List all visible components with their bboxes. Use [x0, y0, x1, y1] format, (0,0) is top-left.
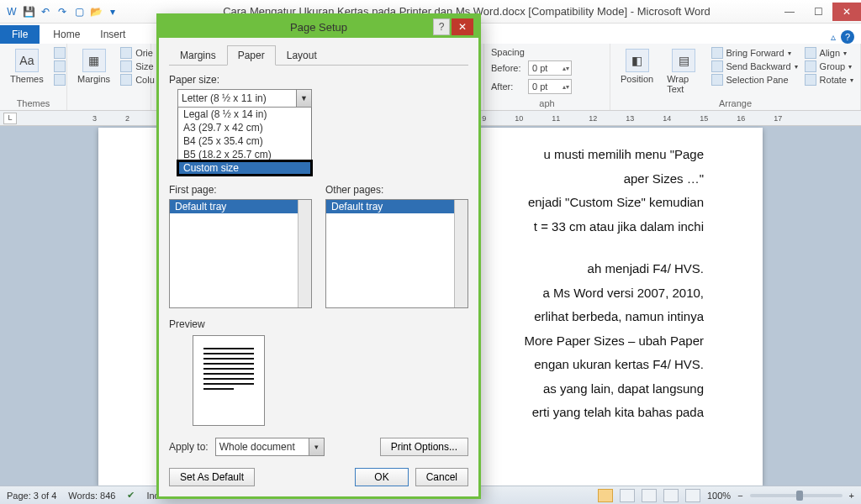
help-icon[interactable]: ? — [841, 30, 854, 44]
group-paragraph: Spacing Before:0 pt After:0 pt aph — [484, 44, 610, 110]
minimize-button[interactable]: — — [775, 3, 804, 21]
proofing-icon[interactable]: ✔ — [127, 490, 135, 501]
ruler-mark: 13 — [626, 114, 634, 123]
zoom-out-button[interactable]: − — [737, 491, 742, 501]
quick-access-toolbar: W 💾 ↶ ↷ ▢ 📂 ▾ — [0, 5, 124, 18]
paper-size-label: Paper size: — [169, 74, 468, 86]
status-words[interactable]: Words: 846 — [68, 491, 115, 501]
dialog-close-button[interactable]: ✕ — [452, 18, 473, 35]
spacing-before-input[interactable]: 0 pt — [528, 60, 572, 76]
view-outline-button[interactable] — [663, 489, 679, 502]
set-as-default-button[interactable]: Set As Default — [169, 468, 255, 486]
print-options-button[interactable]: Print Options... — [380, 438, 468, 456]
group-obj-label: Group — [820, 61, 846, 71]
chevron-down-icon[interactable]: ▾ — [309, 438, 324, 455]
zoom-slider[interactable] — [750, 494, 843, 497]
selection-pane-label: Selection Pane — [726, 75, 789, 85]
ribbon-minimize-icon[interactable]: ▵ — [831, 31, 836, 43]
group-arrange: ◧Position ▤Wrap Text Bring Forward ▾ Sen… — [610, 44, 861, 110]
group-page-setup: ▦ Margins Orie Size Colu — [67, 44, 151, 110]
bring-forward-button[interactable]: Bring Forward ▾ — [711, 47, 798, 59]
zoom-thumb[interactable] — [796, 491, 803, 501]
position-button[interactable]: ◧Position — [617, 47, 657, 86]
scrollbar[interactable] — [298, 200, 311, 307]
paper-size-dropdown-list: Legal (8 ½ x 14 in) A3 (29.7 x 42 cm) B4… — [177, 108, 312, 176]
dialog-help-button[interactable]: ? — [433, 18, 450, 35]
page-setup-dialog: Page Setup ? ✕ Margins Paper Layout Pape… — [156, 13, 481, 499]
apply-to-label: Apply to: — [169, 441, 209, 453]
zoom-in-button[interactable]: + — [849, 491, 854, 501]
scrollbar[interactable] — [454, 200, 467, 307]
redo-icon[interactable]: ↷ — [55, 5, 69, 18]
selection-pane-button[interactable]: Selection Pane — [711, 74, 798, 86]
rotate-button[interactable]: Rotate ▾ — [805, 74, 853, 86]
other-pages-tray-list[interactable]: Default tray — [325, 199, 468, 308]
paper-size-combo[interactable]: Letter (8 ½ x 11 in) ▼ — [177, 89, 312, 108]
ok-button[interactable]: OK — [355, 468, 408, 486]
word-icon: W — [5, 5, 18, 18]
chevron-down-icon[interactable]: ▼ — [296, 90, 311, 107]
paper-size-option[interactable]: B4 (25 x 35.4 cm) — [178, 134, 311, 148]
tab-home[interactable]: Home — [43, 25, 90, 44]
view-web-button[interactable] — [642, 489, 657, 502]
first-page-tray-list[interactable]: Default tray — [169, 199, 312, 308]
qat-more-icon[interactable]: ▾ — [106, 5, 119, 18]
wrap-icon: ▤ — [672, 49, 695, 72]
view-draft-button[interactable] — [685, 489, 700, 502]
other-pages-tray-selected[interactable]: Default tray — [326, 200, 467, 213]
ruler-mark: 14 — [663, 114, 671, 123]
paragraph-group-label: aph — [491, 97, 603, 108]
theme-effects-icon[interactable] — [54, 74, 66, 86]
apply-to-combo[interactable]: Whole document ▾ — [215, 438, 325, 456]
size-button[interactable]: Size — [120, 60, 155, 72]
themes-label: Themes — [10, 74, 44, 84]
theme-colors-icon[interactable] — [54, 47, 66, 59]
close-button[interactable]: ✕ — [832, 3, 861, 21]
group-button[interactable]: Group ▾ — [805, 60, 853, 72]
new-icon[interactable]: ▢ — [72, 5, 86, 18]
file-tab[interactable]: File — [0, 25, 40, 44]
tab-margins[interactable]: Margins — [169, 45, 227, 66]
orientation-button[interactable]: Orie — [120, 47, 155, 59]
tab-insert[interactable]: Insert — [90, 25, 135, 44]
wrap-text-button[interactable]: ▤Wrap Text — [663, 47, 704, 96]
rotate-label: Rotate — [820, 75, 847, 85]
paper-size-option-custom[interactable]: Custom size — [178, 161, 311, 175]
save-icon[interactable]: 💾 — [22, 5, 35, 18]
dialog-titlebar[interactable]: Page Setup ? ✕ — [159, 16, 478, 38]
first-page-tray-selected[interactable]: Default tray — [170, 200, 311, 213]
theme-fonts-icon[interactable] — [54, 60, 66, 72]
view-print-layout-button[interactable] — [598, 489, 613, 502]
margins-button[interactable]: ▦ Margins — [74, 47, 114, 86]
open-icon[interactable]: 📂 — [89, 5, 103, 18]
undo-icon[interactable]: ↶ — [39, 5, 52, 18]
margins-label: Margins — [77, 74, 110, 84]
cancel-button[interactable]: Cancel — [415, 468, 468, 486]
paper-size-option[interactable]: B5 (18.2 x 25.7 cm) — [178, 148, 311, 161]
ruler-corner: L — [3, 113, 17, 124]
columns-button[interactable]: Colu — [120, 74, 155, 86]
tab-layout[interactable]: Layout — [276, 45, 328, 66]
first-page-label: First page: — [169, 184, 312, 196]
ruler-mark: 2 — [125, 114, 129, 123]
align-button[interactable]: Align ▾ — [805, 47, 853, 59]
status-zoom[interactable]: 100% — [707, 491, 731, 501]
margins-icon: ▦ — [82, 49, 106, 72]
before-value: 0 pt — [532, 63, 547, 73]
position-label: Position — [621, 74, 653, 84]
send-backward-button[interactable]: Send Backward ▾ — [711, 60, 798, 72]
spacing-after-input[interactable]: 0 pt — [528, 79, 572, 94]
maximize-button[interactable]: ☐ — [804, 3, 832, 21]
tab-paper[interactable]: Paper — [227, 45, 276, 66]
arrange-group-label: Arrange — [617, 97, 853, 108]
send-backward-label: Send Backward — [726, 61, 791, 71]
view-full-screen-button[interactable] — [620, 489, 635, 502]
paper-size-option[interactable]: A3 (29.7 x 42 cm) — [178, 121, 311, 134]
theme-options — [54, 47, 66, 86]
ruler-mark: 3 — [92, 114, 97, 123]
dialog-tabs: Margins Paper Layout — [169, 45, 468, 66]
paper-size-option[interactable]: Legal (8 ½ x 14 in) — [178, 108, 311, 121]
align-label: Align — [820, 48, 840, 58]
themes-button[interactable]: Aa Themes — [7, 47, 47, 86]
status-page[interactable]: Page: 3 of 4 — [7, 491, 56, 501]
